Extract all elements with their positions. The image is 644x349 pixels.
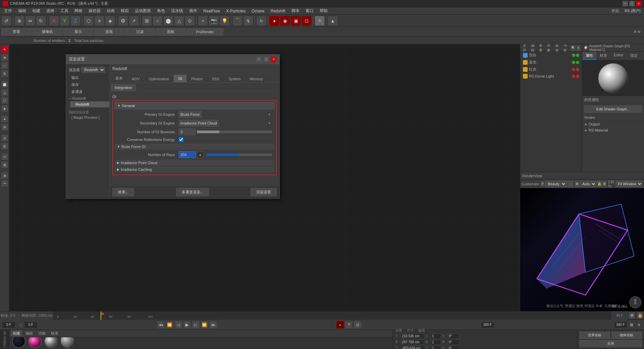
edit-shader-btn[interactable]: Edit Shader Graph... [584, 105, 642, 113]
current-frame-input[interactable] [24, 321, 38, 328]
menu-simulate[interactable]: 模拟 [118, 7, 131, 14]
tab-aov[interactable]: AOV [127, 75, 144, 82]
rv-lock-btn[interactable]: 🔒 [597, 181, 602, 187]
key-btn[interactable]: ? [345, 321, 353, 329]
timeline-lock-btn[interactable]: 🔒 [637, 312, 643, 319]
menu-file[interactable]: 文件 [1, 7, 15, 14]
tab-gi[interactable]: GI [174, 75, 186, 82]
bottom-tab-function[interactable]: 功能 [36, 330, 48, 337]
y-pos-input[interactable] [401, 340, 424, 345]
cylinder-btn[interactable]: ⬤ [163, 16, 173, 26]
tool-knife[interactable]: ✂ [1, 153, 8, 160]
search-icon[interactable]: 🔍 [571, 45, 576, 51]
x-pos-input[interactable] [401, 334, 424, 339]
tab-system[interactable]: System [224, 75, 245, 82]
apply-btn[interactable]: 应用 [579, 340, 642, 347]
menu-octane[interactable]: Octane [249, 8, 267, 14]
vis-dot-3[interactable] [572, 68, 575, 71]
effects-btn[interactable]: 效果... [112, 188, 134, 196]
next-frame-btn[interactable]: ▷ [192, 321, 200, 329]
beauty-select[interactable]: Beauty [545, 181, 567, 187]
light-btn[interactable]: 💡 [219, 16, 229, 26]
menu-character[interactable]: 角色 [154, 7, 168, 14]
menu-mesh[interactable]: 网格 [72, 7, 85, 14]
bend-btn[interactable]: ⌒ [232, 16, 243, 26]
undo-btn[interactable]: ↺ [1, 16, 11, 26]
nav-multipass[interactable]: 多通道 [66, 88, 109, 95]
bottom-tab-edit[interactable]: 编辑 [23, 330, 35, 337]
secondary-gi-select[interactable]: Irradiance Point Cloud [179, 120, 219, 127]
go-end-btn[interactable]: ⏭ [210, 321, 217, 329]
menu-script[interactable]: 脚本 [289, 7, 302, 14]
node-rs-material[interactable]: ▶ RS Material [582, 127, 644, 133]
timeline-ruler[interactable]: 0 20 40 48 60 80 100 [54, 311, 611, 320]
poly-btn[interactable]: ◈ [105, 16, 115, 26]
bounces-slider[interactable] [197, 131, 272, 133]
render-active-btn[interactable]: ⊡ [302, 16, 312, 26]
snap-btn[interactable]: ❂ [118, 16, 128, 26]
move-btn[interactable]: ⊕ [14, 16, 24, 26]
tool-rotate[interactable]: ↻ [1, 70, 8, 77]
tool-magnet[interactable]: ⊙ [1, 134, 8, 142]
tool-brush[interactable]: ◎ [1, 142, 8, 150]
tool-texture[interactable]: ◈ [1, 105, 8, 112]
tool-spline[interactable]: 〜 [1, 180, 8, 187]
menu-pipeline[interactable]: 流水线 [168, 7, 186, 14]
sy-input[interactable] [431, 340, 441, 345]
autokey-btn[interactable]: ⊙ [354, 321, 361, 329]
brute-force-header[interactable]: ▼ Brute Force GI [114, 144, 275, 150]
up-btn[interactable]: ▲ [328, 16, 338, 26]
query-btn[interactable]: 查看 [1, 28, 32, 36]
rs-btn[interactable]: S [315, 16, 325, 26]
magic-preview-item[interactable]: [ Magic Preview ] [69, 115, 107, 119]
rays-increment-btn[interactable]: ▲ [197, 151, 204, 158]
tool-move[interactable]: ⊕ [1, 54, 8, 61]
scale-btn[interactable]: ⇔ [25, 16, 35, 26]
tool-booleans[interactable]: ⊕ [1, 172, 8, 179]
mat-thumb-4[interactable]: 材质 [60, 337, 74, 349]
dialog-close-btn[interactable]: ✕ [271, 56, 277, 62]
general-section-header[interactable]: ▼ General [114, 102, 275, 109]
menu-select[interactable]: 选择 [44, 7, 57, 14]
tool-loop[interactable]: ⊞ [1, 161, 8, 168]
rays-slider[interactable] [206, 153, 272, 156]
menu-create[interactable]: 创建 [30, 7, 43, 14]
menu-edit[interactable]: 编辑 [15, 7, 29, 14]
prorender-btn[interactable]: ProRender [186, 28, 223, 36]
tab-basic[interactable]: 基本 [111, 74, 127, 82]
menu-mograph[interactable]: 运动图形 [132, 7, 154, 14]
preview-end-input[interactable] [481, 321, 494, 328]
bottom-tab-texture[interactable]: 校准 [49, 330, 60, 337]
points-btn[interactable]: ⬡ [84, 16, 94, 26]
scene-obj-redlight[interactable]: 红光 [520, 66, 582, 73]
p-input[interactable] [448, 340, 460, 345]
menu-animate[interactable]: 动画 [104, 7, 117, 14]
scene-obj-bluelight[interactable]: 蓝光 [520, 59, 582, 66]
menu-window[interactable]: 窗口 [303, 7, 316, 14]
integration-tab[interactable]: Integration [111, 84, 136, 91]
axis-btn[interactable]: ↗ [129, 16, 139, 26]
dialog-minimize-btn[interactable]: ─ [256, 56, 262, 62]
cone-btn[interactable]: △ [174, 16, 184, 26]
z-pos-input[interactable] [401, 346, 424, 349]
tab-memory[interactable]: Memory [246, 75, 268, 82]
mat-tab-material[interactable]: 材质 [596, 52, 610, 60]
render-dot-3[interactable] [576, 68, 579, 71]
x-axis-btn[interactable]: X [49, 16, 59, 26]
scene-object-btn[interactable]: 对象 [546, 44, 553, 53]
start-frame-input[interactable] [2, 321, 15, 328]
node-output[interactable]: ▶ Output [582, 121, 644, 127]
render-dot-4[interactable] [576, 74, 579, 78]
nav-output[interactable]: 输出 [66, 74, 109, 81]
render-dot[interactable] [576, 54, 579, 57]
rv-grid-btn[interactable]: ⊞ [602, 181, 607, 187]
b-input[interactable] [448, 346, 460, 349]
scene-view-btn[interactable]: 查看 [538, 44, 545, 53]
nav-save[interactable]: 保存 [66, 81, 109, 88]
tool-joints[interactable]: ✦ [1, 115, 8, 123]
rays-input[interactable] [179, 151, 196, 158]
rv-undo-btn[interactable]: ↺ [540, 181, 544, 187]
scene-obj-rsdome[interactable]: RS Dome Light [520, 73, 582, 80]
filter-btn[interactable]: 过滤 [125, 28, 155, 36]
prev-key-btn[interactable]: ⏪ [166, 321, 173, 329]
